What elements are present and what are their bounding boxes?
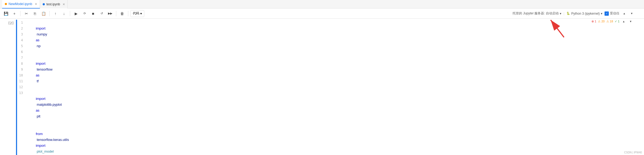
run-all-button[interactable]: ⟳ — [81, 10, 88, 17]
code-line-2: import tensorflow as tf — [26, 55, 644, 90]
paste-button[interactable]: 📋 — [40, 10, 47, 17]
bottom-status: CSDN | IPW40 — [624, 151, 642, 154]
kw-import-2: import — [36, 62, 45, 66]
separator-2 — [49, 11, 50, 16]
tab-close-newmodel[interactable]: × — [35, 2, 37, 6]
add-cell-button[interactable]: + — [11, 10, 18, 17]
python-label[interactable]: 🐍 Python 3 (ipykernel) ▾ — [566, 12, 602, 15]
mod-tensorflow: tensorflow — [36, 67, 53, 71]
cell-type-dropdown[interactable]: 代码 ▾ — [130, 10, 144, 17]
alias-np: np — [36, 44, 41, 48]
collapse-down-button[interactable]: ▼ — [629, 11, 634, 16]
move-down-button[interactable]: ↓ — [60, 10, 68, 17]
cell-type-chevron: ▾ — [140, 12, 142, 15]
tab-label-test: test.ipynb — [46, 2, 60, 6]
cut-button[interactable]: ✂ — [23, 10, 30, 17]
restart-run-button[interactable]: ▶▶ — [106, 10, 114, 17]
warning-icon-status: ⚠ — [598, 20, 601, 23]
alias-plt: plt — [36, 114, 40, 118]
tab-dot-test — [43, 3, 45, 5]
mod-matplotlib: matplotlib.pyplot — [36, 103, 63, 107]
kernel-status-label[interactable]: 托管的 Jupyter 服务器: 自动启动 ▾ — [513, 11, 561, 16]
status-up-button[interactable]: ▲ — [621, 19, 626, 24]
kw-as-2: as — [36, 73, 39, 77]
status-indicators: ⊗ 1 ⚠ 20 ⚠ 18 ✓ 1 ▲ ▼ — [591, 19, 633, 24]
kw-import-4: import — [36, 144, 45, 148]
mod-numpy: numpy — [36, 32, 48, 36]
ref-plot-model: plot_model — [36, 149, 54, 153]
toolbar-right: 托管的 Jupyter 服务器: 自动启动 ▾ | 🐍 Python 3 (ip… — [513, 11, 642, 16]
trusted-label: 受信任 — [610, 11, 619, 16]
alias-tf: tf — [36, 79, 39, 83]
interrupt-button[interactable]: ■ — [89, 10, 97, 17]
delete-button[interactable]: 🗑 — [118, 10, 126, 17]
collapse-up-button[interactable]: ▲ — [622, 11, 627, 16]
python-icon: 🐍 — [566, 12, 570, 15]
kw-from-4: from — [36, 132, 43, 136]
tab-label-newmodel: NewModel.ipynb — [9, 2, 32, 6]
status-down-button[interactable]: ▼ — [628, 19, 633, 24]
separator-kernel: | — [563, 12, 564, 15]
warning-indicator: ⚠ 20 — [598, 20, 605, 23]
trusted-check-icon: ✓ — [605, 11, 609, 16]
separator-3 — [70, 11, 70, 16]
ok-icon: ✓ — [615, 20, 617, 23]
kw-as-3: as — [36, 108, 39, 112]
kw-as-1: as — [36, 38, 39, 42]
cell-execution-count: [2] — [0, 20, 16, 155]
separator-4 — [116, 11, 116, 16]
cell-active-border — [16, 20, 17, 155]
tab-dot-newmodel — [5, 3, 7, 5]
kw-import-1: import — [36, 26, 45, 30]
code-line-3: import matplotlib.pyplot as plt — [26, 90, 644, 125]
tab-bar: NewModel.ipynb × test.ipynb × — [0, 0, 644, 9]
svg-line-1 — [551, 20, 564, 37]
error-icon: ⊗ — [591, 20, 594, 23]
run-button[interactable]: ▶ — [72, 10, 80, 17]
tab-test[interactable]: test.ipynb × — [40, 0, 68, 9]
error-indicator: ⊗ 1 — [591, 20, 596, 23]
cell-type-label: 代码 — [133, 11, 139, 16]
red-arrow-annotation — [543, 16, 575, 43]
separator-1 — [20, 11, 21, 16]
tab-close-test[interactable]: × — [63, 2, 65, 6]
copy-button[interactable]: ⎘ — [31, 10, 39, 17]
move-up-button[interactable]: ↑ — [52, 10, 59, 17]
save-button[interactable]: 💾 — [2, 10, 10, 17]
separator-5 — [128, 11, 128, 16]
code-line-4: from tensorflow.keras.utils import plot_… — [26, 125, 644, 155]
python-chevron: ▾ — [601, 12, 602, 15]
mod-keras-utils: tensorflow.keras.utils — [36, 138, 70, 142]
info-indicator: ⚠ 18 — [606, 20, 613, 23]
kw-import-3: import — [36, 97, 45, 101]
tab-newmodel[interactable]: NewModel.ipynb × — [2, 0, 40, 9]
trusted-checkbox[interactable]: ✓ 受信任 — [605, 11, 619, 16]
line-numbers: 1 2 3 4 5 6 7 8 9 10 11 12 13 — [18, 20, 26, 155]
info-icon: ⚠ — [606, 20, 609, 23]
restart-button[interactable]: ↺ — [98, 10, 105, 17]
kernel-chevron: ▾ — [560, 12, 561, 15]
ok-indicator: ✓ 1 — [615, 20, 619, 23]
